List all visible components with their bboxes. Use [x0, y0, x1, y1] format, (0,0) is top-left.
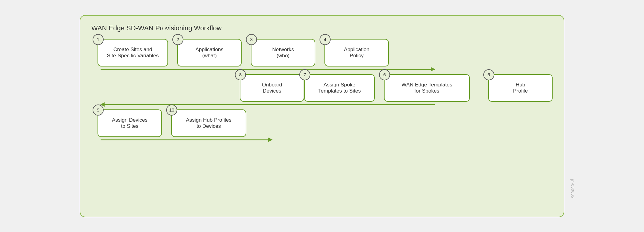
arrow-row-2 — [101, 104, 435, 105]
step-6-label: WAN Edge Templatesfor Spokes — [401, 82, 452, 94]
step-9-label: Assign Devicesto Sites — [112, 117, 148, 129]
step-10-box: 10 Assign Hub Profilesto Devices — [171, 109, 246, 137]
step-10-label: Assign Hub Profilesto Devices — [186, 117, 231, 129]
step-3-badge: 3 — [246, 34, 257, 45]
step-8-badge: 8 — [235, 69, 246, 80]
step-5-badge: 5 — [483, 69, 494, 80]
row-1-boxes: 1 Create Sites andSite-Specific Variable… — [91, 39, 553, 67]
step-2-box: 2 Applications(what) — [177, 39, 242, 67]
step-7-box: 7 Assign SpokeTemplates to Sites — [304, 74, 375, 102]
row-2-boxes: 5 HubProfile 6 WAN Edge Templatesfor Spo… — [91, 74, 553, 102]
step-1-badge: 1 — [93, 34, 104, 45]
step-1-label: Create Sites andSite-Specific Variables — [107, 47, 159, 59]
step-4-label: ApplicationPolicy — [344, 47, 369, 59]
diagram-title: WAN Edge SD-WAN Provisioning Workflow — [91, 24, 553, 32]
arrow-row-3 — [101, 139, 272, 140]
step-7-badge: 7 — [299, 69, 310, 80]
step-2-label: Applications(what) — [195, 47, 224, 59]
watermark: jn-000605 — [570, 179, 575, 198]
step-2-badge: 2 — [172, 34, 183, 45]
step-4-box: 4 ApplicationPolicy — [324, 39, 389, 67]
step-1-box: 1 Create Sites andSite-Specific Variable… — [98, 39, 168, 67]
step-8-label: OnboardDevices — [262, 82, 282, 94]
step-8-box: 8 OnboardDevices — [240, 74, 304, 102]
row-3-boxes: 9 Assign Devicesto Sites 10 Assign Hub P… — [91, 109, 553, 137]
step-3-label: Networks(who) — [272, 47, 294, 59]
step-9-box: 9 Assign Devicesto Sites — [98, 109, 162, 137]
step-7-label: Assign SpokeTemplates to Sites — [318, 82, 361, 94]
step-9-badge: 9 — [93, 105, 104, 116]
step-10-badge: 10 — [166, 105, 177, 116]
step-5-box: 5 HubProfile — [488, 74, 553, 102]
step-5-label: HubProfile — [513, 82, 528, 94]
step-4-badge: 4 — [320, 34, 331, 45]
diagram-container: WAN Edge SD-WAN Provisioning Workflow 1 … — [80, 15, 564, 217]
step-6-box: 6 WAN Edge Templatesfor Spokes — [384, 74, 470, 102]
step-3-box: 3 Networks(who) — [251, 39, 315, 67]
step-6-badge: 6 — [379, 69, 390, 80]
